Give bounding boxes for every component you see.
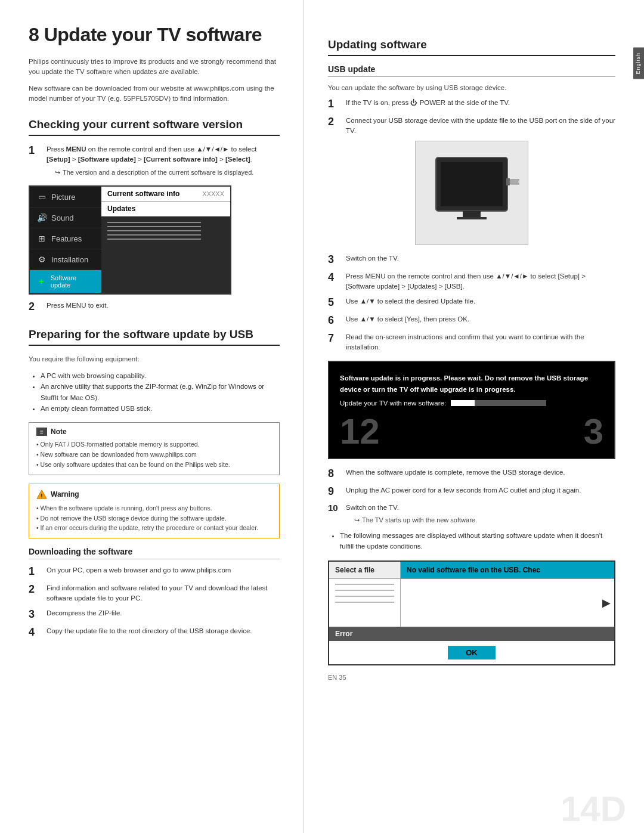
step-1: 1 Press MENU on the remote control and t… xyxy=(29,144,280,177)
section1-title: Checking your current software version xyxy=(29,118,280,136)
intro-para-2: New software can be downloaded from our … xyxy=(29,83,280,104)
tv-image-wrapper xyxy=(415,141,528,245)
dl-step-3: 3 Decompress the ZIP-file. xyxy=(29,608,280,621)
step-num-1: 1 xyxy=(29,144,42,157)
bullet-1: A PC with web browsing capability. xyxy=(41,370,280,381)
warning-lines: • When the software update is running, d… xyxy=(36,503,272,533)
step-text-2: Press MENU to exit. xyxy=(47,301,280,311)
select-file-col1: Select a file xyxy=(329,562,401,578)
progress-warning: Software update is in progress. Please w… xyxy=(340,373,603,395)
warning-icon: ! xyxy=(36,489,47,500)
features-icon: ⊞ xyxy=(36,233,48,244)
r-step-10: 10 Switch on the TV. The TV starts up wi… xyxy=(328,503,615,525)
warning-line-2: • Do not remove the USB storage device d… xyxy=(36,513,272,524)
tv-usb-image xyxy=(328,141,615,245)
ok-button[interactable]: OK xyxy=(448,646,496,659)
note-lines: • Only FAT / DOS-formatted portable memo… xyxy=(36,439,272,469)
select-file-screen: Select a file No valid software file on … xyxy=(328,561,615,665)
section2-title: Preparing for the software update by USB xyxy=(29,328,280,346)
step-10-sub: The TV starts up with the new software. xyxy=(346,515,615,525)
error-label: Error xyxy=(329,627,614,641)
progress-label: Update your TV with new software: xyxy=(340,400,603,407)
footer-en: EN 35 xyxy=(328,674,615,681)
software-update-icon: + xyxy=(36,275,47,287)
menu-item-features: ⊞ Features xyxy=(30,228,101,249)
svg-text:!: ! xyxy=(41,492,42,498)
svg-rect-3 xyxy=(441,162,503,206)
svg-rect-8 xyxy=(518,181,519,183)
r-step-2: 2 Connect your USB storage device with t… xyxy=(328,116,615,137)
select-arrow-icon: ▶ xyxy=(602,596,611,609)
screen-num-right: 3 xyxy=(584,414,603,450)
page-title: 8 Update your TV software xyxy=(29,24,280,46)
bullet-3: An empty clean formatted USB stick. xyxy=(41,403,280,414)
menu-item-sound: 🔊 Sound xyxy=(30,208,101,228)
r-step-7: 7 Read the on-screen instructions and co… xyxy=(328,332,615,353)
section2-intro: You require the following equipment: xyxy=(29,354,280,364)
note-line-3: • Use only software updates that can be … xyxy=(36,460,272,470)
bullet-2: An archive utility that supports the ZIP… xyxy=(41,381,280,403)
right-section-title: Updating software xyxy=(328,38,615,56)
progress-bar-outer xyxy=(451,400,546,406)
step-num-2: 2 xyxy=(29,301,42,314)
svg-rect-6 xyxy=(506,178,510,185)
note-line-2: • New software can be downloaded from ww… xyxy=(36,450,272,460)
ok-button-row: OK xyxy=(329,641,614,664)
menu-sub-updates: Updates xyxy=(101,202,230,216)
note-line-1: • Only FAT / DOS-formatted portable memo… xyxy=(36,439,272,450)
warning-box: ! Warning • When the software update is … xyxy=(29,484,280,538)
screen-num-left: 12 xyxy=(340,414,380,450)
side-tab: English xyxy=(633,48,644,79)
sound-icon: 🔊 xyxy=(36,212,48,224)
warning-bullet-list: The following messages are displayed wit… xyxy=(328,530,615,552)
r-step-6: 6 Use ▲/▼ to select [Yes], then press OK… xyxy=(328,314,615,327)
warning-line-3: • If an error occurs during the update, … xyxy=(36,523,272,533)
menu-right-panel: Current software info XXXXX Updates xyxy=(101,187,230,293)
note-header: ≡ Note xyxy=(36,428,272,436)
r-step-9: 9 Unplug the AC power cord for a few sec… xyxy=(328,485,615,498)
progress-screen: Software update is in progress. Please w… xyxy=(328,361,615,459)
tv-svg xyxy=(424,151,519,235)
warning-bullet-1: The following messages are displayed wit… xyxy=(340,530,615,552)
section3-title: Downloading the software xyxy=(29,547,280,559)
menu-item-picture: ▭ Picture xyxy=(30,187,101,208)
note-icon: ≡ xyxy=(36,428,47,436)
dl-step-4: 4 Copy the update file to the root direc… xyxy=(29,626,280,639)
menu-left-panel: ▭ Picture 🔊 Sound ⊞ Features ⚙ Installat… xyxy=(30,187,101,293)
select-file-content: ▶ xyxy=(401,579,614,627)
installation-icon: ⚙ xyxy=(36,253,48,265)
equipment-list: A PC with web browsing capability. An ar… xyxy=(29,370,280,414)
dl-step-1: 1 On your PC, open a web browser and go … xyxy=(29,565,280,578)
note-box: ≡ Note • Only FAT / DOS-formatted portab… xyxy=(29,422,280,475)
usb-update-intro: You can update the software by using USB… xyxy=(328,83,615,93)
r-step-1: 1 If the TV is on, press ⏻ POWER at the … xyxy=(328,98,615,111)
select-file-list xyxy=(329,579,401,627)
svg-rect-7 xyxy=(510,179,519,184)
select-file-header: Select a file No valid software file on … xyxy=(329,562,614,579)
menu-screenshot: ▭ Picture 🔊 Sound ⊞ Features ⚙ Installat… xyxy=(29,185,231,295)
step-text-1: Press MENU on the remote control and the… xyxy=(47,144,280,177)
step-2: 2 Press MENU to exit. xyxy=(29,301,280,314)
svg-rect-4 xyxy=(463,211,481,217)
r-step-5: 5 Use ▲/▼ to select the desired Update f… xyxy=(328,296,615,309)
dl-step-2: 2 Find information and software related … xyxy=(29,583,280,604)
warning-line-1: • When the software update is running, d… xyxy=(36,503,272,513)
menu-item-software-update: + Software update xyxy=(30,270,101,293)
screen-numbers: 12 3 xyxy=(340,414,603,450)
menu-right-header: Current software info XXXXX xyxy=(101,187,230,202)
svg-rect-5 xyxy=(457,217,487,219)
step-1-sub: The version and a description of the cur… xyxy=(47,168,280,178)
r-step-8: 8 When the software update is complete, … xyxy=(328,467,615,481)
r-step-3: 3 Switch on the TV. xyxy=(328,253,615,267)
picture-icon: ▭ xyxy=(36,191,48,203)
r-step-4: 4 Press MENU on the remote control and t… xyxy=(328,271,615,292)
progress-bar-inner xyxy=(451,400,475,406)
intro-para-1: Philips continuously tries to improve it… xyxy=(29,57,280,78)
page-corner-number: 14D xyxy=(561,791,626,827)
usb-update-title: USB update xyxy=(328,64,615,77)
select-file-col2: No valid software file on the USB. Chec xyxy=(401,562,614,578)
warning-header: ! Warning xyxy=(36,489,272,500)
menu-item-installation: ⚙ Installation xyxy=(30,249,101,270)
select-file-body: ▶ xyxy=(329,579,614,627)
